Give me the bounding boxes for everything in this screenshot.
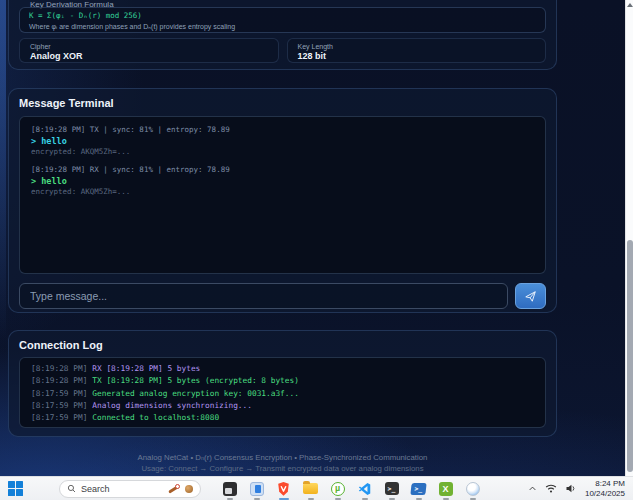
key-derivation-formula: K = Σ(φᵢ - Dₙ(r) mod 256) [29,11,536,21]
log-timestamp: [8:17:59 PM] [31,401,87,410]
log-timestamp: [8:19:28 PM] [31,364,87,373]
cipher-card: Cipher Analog XOR [19,38,279,63]
search-icon [67,484,76,493]
desktop-screen: Key Derivation Formula K = Σ(φᵢ - Dₙ(r) … [0,0,633,500]
system-tray: 8:24 PM 10/24/2025 [528,479,625,498]
taskbar-search[interactable]: Search [59,480,201,498]
sharex-icon[interactable]: X [437,477,454,500]
message-encrypted: encrypted: AKQM5Zh=... [31,147,534,157]
connection-log-output: [8:19:28 PM]RX [8:19:28 PM] 5 bytes [8:1… [19,357,546,428]
baseball-bat-icon [168,484,180,494]
start-button[interactable] [8,481,23,496]
log-entry: [8:19:28 PM]RX [8:19:28 PM] 5 bytes [31,363,534,375]
key-derivation-formula-box: K = Σ(φᵢ - Dₙ(r) mod 256) Where φᵢ are d… [19,7,546,33]
message-text: > hello [31,135,534,147]
log-entry: [8:17:59 PM]Analog dimensions synchroniz… [31,400,534,412]
message-text: > hello [31,175,534,187]
taskbar-clock[interactable]: 8:24 PM 10/24/2025 [585,479,625,498]
key-derivation-note: Where φᵢ are dimension phases and Dₙ(t) … [29,22,536,32]
tray-chevron-up-icon[interactable] [528,484,537,493]
analog-netcat-app: Key Derivation Formula K = Σ(φᵢ - Dₙ(r) … [0,0,625,476]
connection-log-panel: Connection Log [8:19:28 PM]RX [8:19:28 P… [8,330,557,437]
footer-tagline: Analog NetCat • Dₙ(r) Consensus Encrypti… [8,452,557,463]
cipher-value: Analog XOR [30,51,268,62]
powershell-icon[interactable]: >_ [410,477,427,500]
wifi-icon[interactable] [545,483,557,494]
scroll-up-arrow-icon[interactable] [627,3,633,7]
paper-plane-icon [524,290,537,303]
baseball-glove-icon [185,485,193,493]
file-explorer-icon[interactable] [302,477,319,500]
log-text: Analog dimensions synchronizing... [92,401,252,410]
windows-taskbar: Search µ >_ >_ X [0,476,633,500]
key-length-value: 128 bit [298,51,536,62]
message-encrypted: encrypted: AKQM5Zh=... [31,187,534,197]
vscode-icon[interactable] [356,477,373,500]
log-text: Generated analog encryption key: 0031.a3… [92,389,299,398]
message-meta: [8:19:28 PM] RX | sync: 81% | entropy: 7… [31,165,534,175]
dark-app-icon[interactable] [221,477,238,500]
message-input[interactable] [19,283,508,309]
terminal-output: [8:19:28 PM] TX | sync: 81% | entropy: 7… [19,116,546,274]
log-timestamp: [8:17:59 PM] [31,413,87,422]
log-entry: [8:19:28 PM]TX [8:19:28 PM] 5 bytes (enc… [31,375,534,387]
utorrent-icon[interactable]: µ [329,477,346,500]
clock-date: 10/24/2025 [585,489,625,499]
terminal-icon[interactable]: >_ [383,477,400,500]
log-text: TX [8:19:28 PM] 5 bytes (encrypted: 8 by… [92,376,299,385]
clock-time: 8:24 PM [585,479,625,489]
message-terminal-panel: Message Terminal [8:19:28 PM] TX | sync:… [8,88,557,313]
vertical-scrollbar[interactable] [625,0,633,476]
key-length-label: Key Length [298,42,536,51]
terminal-entry-tx: [8:19:28 PM] TX | sync: 81% | entropy: 7… [31,125,534,157]
encryption-panel: Key Derivation Formula K = Σ(φᵢ - Dₙ(r) … [8,0,557,70]
log-timestamp: [8:19:28 PM] [31,376,87,385]
taskbar-app-icons: µ >_ >_ X [221,477,481,500]
message-terminal-title: Message Terminal [19,96,546,110]
scrollbar-thumb[interactable] [627,240,633,472]
search-placeholder: Search [81,484,110,494]
send-button[interactable] [515,283,546,309]
windows-logo-icon [8,481,15,488]
log-text: Connected to localhost:8080 [92,413,219,422]
message-meta: [8:19:28 PM] TX | sync: 81% | entropy: 7… [31,125,534,135]
log-entry: [8:17:59 PM]Generated analog encryption … [31,388,534,400]
round-app-icon[interactable] [464,477,481,500]
brave-browser-icon[interactable] [275,477,292,500]
key-length-card: Key Length 128 bit [287,38,547,63]
frame-app-icon[interactable] [248,477,265,500]
connection-log-title: Connection Log [19,338,546,352]
volume-icon[interactable] [565,483,577,494]
message-input-row [19,283,546,309]
app-footer: Analog NetCat • Dₙ(r) Consensus Encrypti… [8,452,557,474]
log-timestamp: [8:17:59 PM] [31,389,87,398]
cipher-label: Cipher [30,42,268,51]
terminal-entry-rx: [8:19:28 PM] RX | sync: 81% | entropy: 7… [31,165,534,197]
log-text: RX [8:19:28 PM] 5 bytes [92,364,200,373]
cipher-info-row: Cipher Analog XOR Key Length 128 bit [19,38,546,63]
log-entry: [8:17:59 PM]Connected to localhost:8080 [31,412,534,424]
footer-usage: Usage: Connect → Configure → Transmit en… [8,463,557,474]
